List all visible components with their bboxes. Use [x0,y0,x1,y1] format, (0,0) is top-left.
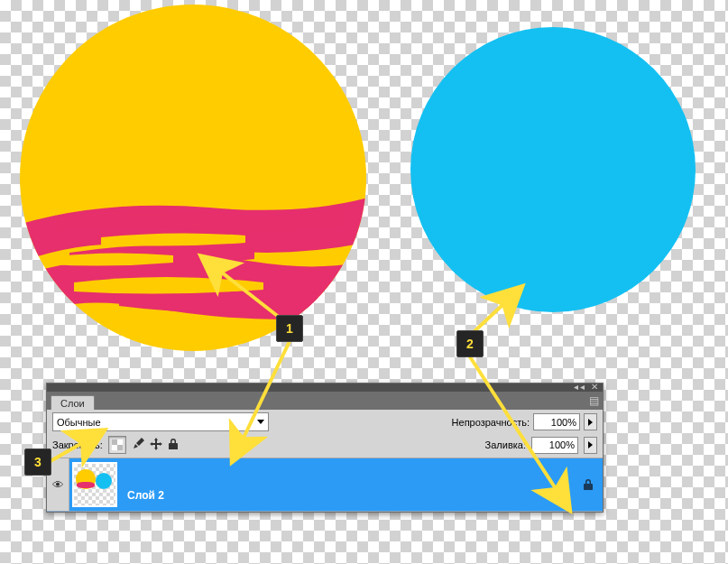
callout-3: 3 [24,448,51,476]
callout-2: 2 [456,330,484,357]
callout-1-label: 1 [286,321,293,336]
callout-1: 1 [276,315,303,342]
callout-2-label: 2 [466,337,474,351]
callout-3-label: 3 [34,455,41,469]
svg-line-3 [474,291,518,332]
svg-line-0 [235,337,291,457]
svg-line-1 [206,260,280,318]
svg-line-2 [469,356,567,505]
callout-arrows [0,0,728,564]
svg-line-4 [51,433,99,461]
